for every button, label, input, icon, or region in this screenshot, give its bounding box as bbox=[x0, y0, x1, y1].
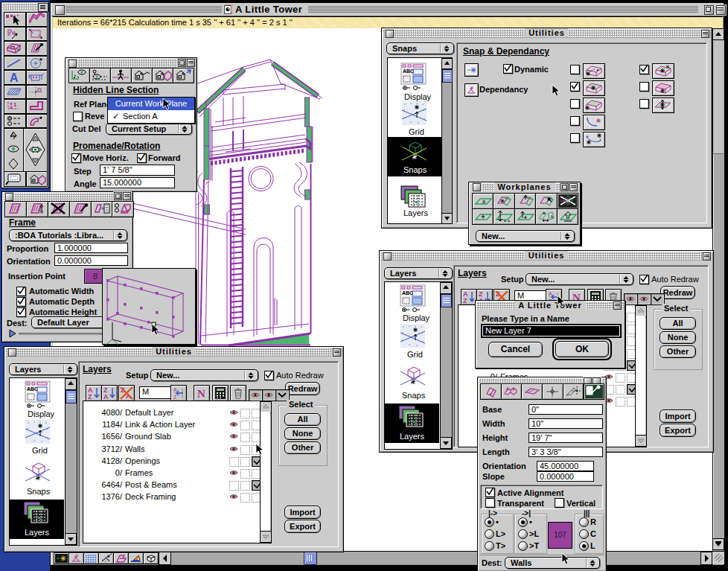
svg-text:N: N bbox=[197, 388, 205, 400]
svg-text:Z: Z bbox=[463, 297, 467, 304]
svg-text:A: A bbox=[173, 387, 177, 392]
svg-text:ABC: ABC bbox=[27, 386, 38, 392]
svg-text:1: 1 bbox=[13, 101, 17, 108]
svg-text:Z: Z bbox=[173, 395, 177, 400]
svg-text:A: A bbox=[10, 71, 19, 84]
svg-text:a: a bbox=[482, 199, 485, 204]
svg-text:Z: Z bbox=[88, 393, 92, 401]
svg-text:A: A bbox=[103, 393, 109, 401]
svg-text:ABC: ABC bbox=[403, 68, 414, 74]
svg-text:A: A bbox=[10, 132, 15, 139]
svg-text:A: A bbox=[549, 291, 552, 296]
svg-text:ABC: ABC bbox=[402, 290, 413, 296]
